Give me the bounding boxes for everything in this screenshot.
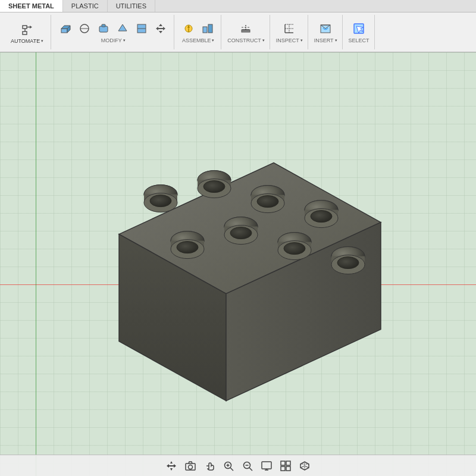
svg-rect-87 (262, 462, 271, 469)
statusbar-camera-icon[interactable] (184, 459, 197, 472)
shape3-button[interactable] (114, 21, 131, 36)
select-label: SELECT (349, 37, 369, 43)
svg-line-98 (305, 466, 309, 468)
svg-rect-93 (286, 466, 290, 471)
statusbar-zoom-fit-icon[interactable] (241, 459, 254, 472)
svg-point-60 (177, 242, 198, 253)
group-select: SELECT (344, 15, 375, 49)
svg-rect-4 (23, 32, 27, 35)
statusbar-cube-icon[interactable] (298, 459, 311, 472)
group-construct: CONSTRUCT ▾ (223, 15, 270, 49)
shape4-icon (136, 23, 148, 35)
select-button[interactable] (350, 21, 367, 36)
toolbar: SHEET METAL PLASTIC UTILITIES AUTOMATE (0, 0, 476, 52)
construct1-icon (240, 23, 252, 35)
select-icon (353, 23, 365, 35)
svg-rect-20 (208, 24, 212, 33)
extrude-button[interactable] (57, 21, 74, 36)
automate-label: AUTOMATE ▾ (11, 38, 43, 44)
svg-point-40 (150, 195, 171, 207)
assemble1-icon (183, 23, 195, 35)
move-transform-button[interactable] (152, 21, 169, 36)
shape1-button[interactable] (76, 21, 93, 36)
svg-rect-0 (23, 26, 27, 29)
inspect1-icon (283, 23, 295, 35)
tab-sheet-metal[interactable]: SHEET METAL (0, 0, 63, 12)
insert-label: INSERT ▾ (314, 37, 337, 43)
shape3-icon (117, 23, 129, 35)
group-automate: AUTOMATE ▾ (4, 15, 51, 49)
svg-rect-19 (203, 27, 207, 33)
extrude-icon (60, 23, 71, 35)
inspect-label: INSPECT ▾ (276, 37, 303, 43)
tab-plastic[interactable]: PLASTIC (63, 0, 108, 12)
construct-icons (237, 21, 254, 36)
svg-point-78 (189, 465, 193, 469)
statusbar-zoom-in-icon[interactable] (222, 459, 235, 472)
inspect1-button[interactable] (281, 21, 298, 36)
svg-rect-90 (281, 461, 285, 465)
group-modify: MODIFY ▾ (52, 15, 174, 49)
assemble2-button[interactable] (199, 21, 216, 36)
brick-scene (71, 127, 405, 413)
svg-point-75 (337, 257, 359, 269)
statusbar-move-icon[interactable] (165, 459, 178, 472)
automate-button[interactable]: AUTOMATE ▾ (8, 20, 46, 45)
svg-marker-15 (156, 24, 165, 33)
axis-vertical (36, 52, 36, 476)
automate-icon (19, 21, 36, 37)
select-icons (350, 21, 367, 36)
svg-rect-11 (102, 24, 105, 27)
inspect-icons (281, 21, 298, 36)
modify-label: MODIFY ▾ (101, 37, 126, 43)
move-icon (155, 23, 167, 35)
svg-point-50 (257, 196, 278, 208)
svg-marker-76 (167, 461, 176, 471)
viewport[interactable] (0, 52, 476, 476)
svg-line-81 (230, 468, 233, 471)
svg-line-97 (300, 466, 305, 468)
construct1-button[interactable] (237, 21, 254, 36)
svg-point-45 (203, 181, 225, 193)
modify-icons (57, 21, 169, 36)
assemble1-button[interactable] (180, 21, 197, 36)
svg-rect-92 (281, 466, 285, 471)
svg-rect-5 (61, 29, 67, 33)
statusbar-grid-icon[interactable] (279, 459, 292, 472)
assemble-icons (180, 21, 216, 36)
svg-point-70 (284, 243, 305, 255)
tab-bar: SHEET METAL PLASTIC UTILITIES (0, 0, 476, 12)
svg-marker-12 (118, 24, 127, 31)
shape4-button[interactable] (133, 21, 150, 36)
tab-utilities[interactable]: UTILITIES (108, 0, 155, 12)
ribbon: AUTOMATE ▾ (0, 12, 476, 52)
svg-line-85 (249, 468, 252, 471)
assemble2-icon (202, 23, 214, 35)
shape2-button[interactable] (95, 21, 112, 36)
group-assemble: ASSEMBLE ▾ (176, 15, 221, 49)
statusbar-hand-icon[interactable] (203, 459, 216, 472)
brick-svg (71, 127, 405, 413)
assemble-label: ASSEMBLE ▾ (182, 37, 215, 43)
svg-rect-91 (286, 461, 290, 465)
statusbar-display-icon[interactable] (260, 459, 273, 472)
shape1-icon (79, 23, 90, 35)
group-inspect: INSPECT ▾ (271, 15, 308, 49)
group-insert: INSERT ▾ (309, 15, 343, 49)
insert1-button[interactable] (317, 21, 334, 36)
insert1-icon (320, 23, 331, 35)
insert-icons (317, 21, 334, 36)
construct-label: CONSTRUCT ▾ (227, 37, 265, 43)
statusbar (0, 455, 476, 476)
svg-marker-2 (30, 26, 32, 29)
shape2-icon (98, 23, 109, 35)
svg-point-55 (311, 211, 332, 223)
svg-point-65 (230, 227, 252, 239)
